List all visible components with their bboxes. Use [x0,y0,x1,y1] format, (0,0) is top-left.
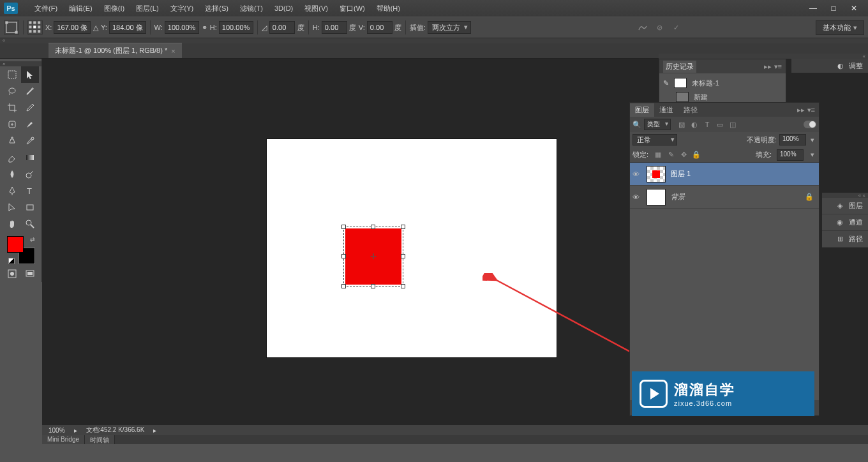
menu-type[interactable]: 文字(Y) [165,2,199,15]
menu-file[interactable]: 文件(F) [29,2,63,15]
lock-position-icon[interactable]: ✥ [679,151,688,159]
layer-name[interactable]: 背景 [671,192,800,202]
filter-type-icon[interactable]: T [703,120,712,129]
panel-collapse[interactable]: « [659,54,868,59]
type-tool[interactable]: T [21,183,39,199]
opacity-dropdown-icon[interactable]: ▾ [809,136,816,144]
lock-all-icon[interactable]: 🔒 [692,151,701,159]
vskew-input[interactable]: 0.00 [367,21,393,34]
handle-top-left[interactable] [341,225,346,229]
paths-tab[interactable]: 路径 [678,103,703,117]
rectangle-tool[interactable] [21,199,39,216]
clone-stamp-tool[interactable] [3,133,21,149]
menu-image[interactable]: 图像(I) [99,2,130,15]
eyedropper-tool[interactable] [21,100,39,116]
path-selection-tool[interactable] [3,199,21,216]
pen-tool[interactable] [3,183,21,199]
zoom-level[interactable]: 100% [49,427,65,434]
history-tab[interactable]: 历史记录 [663,61,696,73]
mini-bridge-tab[interactable]: Mini Bridge [42,435,85,444]
layers-tab[interactable]: 图层 [630,103,654,117]
maximize-button[interactable]: □ [823,2,844,15]
crop-tool[interactable] [3,100,21,116]
handle-bottom-right[interactable] [401,284,405,288]
layer-thumbnail[interactable] [647,166,666,183]
brush-tool[interactable] [21,116,39,133]
menu-window[interactable]: 窗口(W) [334,2,370,15]
warp-mode-icon[interactable] [636,20,650,34]
doc-info[interactable]: 文档:452.2 K/366.6K [86,426,145,435]
layer-row[interactable]: 👁 背景 🔒 [630,186,819,209]
panel-menu-icon[interactable]: ▾≡ [807,106,815,114]
cancel-transform-icon[interactable]: ⊘ [652,20,666,34]
commit-transform-icon[interactable]: ✓ [669,20,683,34]
h-input[interactable]: 100.00% [219,21,253,34]
blend-mode-select[interactable]: 正常 [632,134,677,145]
delta-icon[interactable]: △ [93,24,98,32]
doc-info-dropdown-icon[interactable]: ▸ [153,427,156,434]
layer-name[interactable]: 图层 1 [671,169,816,179]
menu-3d[interactable]: 3D(D) [269,3,298,14]
filter-adjust-icon[interactable]: ◐ [690,120,699,129]
swap-colors-icon[interactable]: ⇄ [30,236,35,242]
workspace-switcher[interactable]: 基本功能▾ [816,20,864,35]
layer-filter-select[interactable]: 类型 [644,119,671,130]
transform-center-icon[interactable]: ✛ [370,253,377,260]
side-layers[interactable]: ◈图层 [822,198,868,214]
transform-bounding-box[interactable]: ✛ [343,227,403,287]
default-colors-icon[interactable] [8,258,15,264]
menu-layer[interactable]: 图层(L) [131,2,163,15]
history-brush-tool[interactable] [21,133,39,149]
opacity-input[interactable]: 100% [779,134,806,145]
minimize-button[interactable]: — [803,2,823,15]
move-tool[interactable] [21,66,39,83]
panel-collapse-icon[interactable]: ▸▸ [764,63,772,71]
filter-shape-icon[interactable]: ▭ [715,120,724,129]
side-paths[interactable]: ⊞路径 [822,231,868,248]
handle-right[interactable] [401,254,405,258]
hskew-input[interactable]: 0.00 [322,21,347,34]
lock-pixels-icon[interactable]: ✎ [666,151,675,159]
handle-top[interactable] [371,225,375,229]
blur-tool[interactable] [3,166,21,183]
link-wh-icon[interactable]: ⚭ [202,24,207,32]
lasso-tool[interactable] [3,83,21,100]
zoom-tool[interactable] [21,216,39,232]
filter-smart-icon[interactable]: ◫ [728,120,737,129]
foreground-color[interactable] [7,236,24,253]
transform-tool-icon[interactable] [4,20,19,35]
menu-help[interactable]: 帮助(H) [371,2,405,15]
dodge-tool[interactable] [21,166,39,183]
layer-filter-toggle[interactable] [804,121,816,128]
marquee-tool[interactable] [3,66,21,83]
status-view-icon[interactable]: ▸ [74,427,77,434]
w-input[interactable]: 100.00% [165,21,199,34]
healing-brush-tool[interactable] [3,116,21,133]
layer-thumbnail[interactable] [647,189,666,205]
document-tab-close-icon[interactable]: × [171,47,175,55]
visibility-icon[interactable]: 👁 [632,170,641,178]
adjust-panel-collapsed[interactable]: ◐ 调整 [791,59,868,73]
channels-tab[interactable]: 通道 [654,103,678,117]
menu-edit[interactable]: 编辑(E) [64,2,98,15]
menu-filter[interactable]: 滤镜(T) [235,2,268,15]
handle-bottom[interactable] [371,284,375,288]
hand-tool[interactable] [3,216,21,232]
menu-select[interactable]: 选择(S) [200,2,234,15]
toolbox-collapse[interactable]: « [0,61,41,66]
screen-mode-tool[interactable] [21,265,39,282]
fill-dropdown-icon[interactable]: ▾ [809,151,816,159]
menu-view[interactable]: 视图(V) [299,2,333,15]
interp-select[interactable]: 两次立方 [428,21,471,34]
gradient-tool[interactable] [21,149,39,166]
handle-top-right[interactable] [401,225,405,229]
lock-transparent-icon[interactable]: ▦ [654,151,662,159]
panel-collapse-icon[interactable]: ▸▸ [797,106,805,114]
document-tab[interactable]: 未标题-1 @ 100% (图层 1, RGB/8) * × [49,43,182,58]
filter-pixel-icon[interactable]: ▧ [677,120,686,129]
angle-input[interactable]: 0.00 [269,21,295,34]
magic-wand-tool[interactable] [21,83,39,100]
close-button[interactable]: ✕ [844,2,864,15]
side-channels[interactable]: ◉通道 [822,214,868,231]
quick-mask-tool[interactable] [3,265,21,282]
